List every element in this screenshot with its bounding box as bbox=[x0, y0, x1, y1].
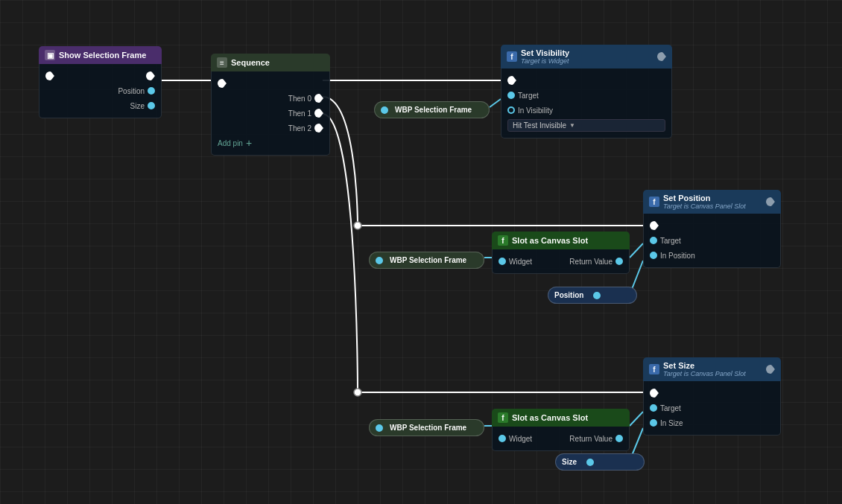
sequence-exec-row bbox=[212, 76, 329, 91]
set-position-subtitle: Target is Canvas Panel Slot bbox=[663, 202, 746, 210]
position-var-out-pin[interactable] bbox=[593, 292, 601, 299]
slot-bottom-icon: f bbox=[498, 412, 508, 423]
blueprint-canvas[interactable]: ▣ Show Selection Frame Position Size ≡ S… bbox=[0, 0, 842, 504]
slot-bottom-node[interactable]: f Slot as Canvas Slot Widget Return Valu… bbox=[492, 409, 630, 451]
set-visibility-body: Target In Visibility Hit Test Invisible … bbox=[501, 68, 672, 138]
slot-bottom-body: Widget Return Value bbox=[492, 427, 630, 451]
set-size-in-size-pin[interactable] bbox=[650, 419, 657, 427]
set-position-header: f Set Position Target is Canvas Panel Sl… bbox=[643, 190, 781, 214]
set-vis-target-row: Target bbox=[501, 88, 671, 103]
sequence-header: ≡ Sequence bbox=[211, 54, 330, 71]
set-position-node[interactable]: f Set Position Target is Canvas Panel Sl… bbox=[643, 190, 781, 268]
show-selection-frame-node[interactable]: ▣ Show Selection Frame Position Size bbox=[39, 46, 162, 118]
set-size-exec-out[interactable] bbox=[766, 365, 775, 374]
add-pin-icon[interactable]: + bbox=[246, 137, 252, 149]
sequence-then0-row: Then 0 bbox=[212, 91, 329, 106]
wbp-bottom-out-pin[interactable] bbox=[376, 424, 383, 432]
set-pos-in-pos-pin[interactable] bbox=[650, 252, 657, 259]
node-show-title: Show Selection Frame bbox=[59, 51, 146, 60]
svg-point-1 bbox=[354, 389, 361, 396]
set-pos-target-pin[interactable] bbox=[650, 237, 657, 244]
set-size-exec-in[interactable] bbox=[650, 389, 659, 398]
set-pos-exec-out[interactable] bbox=[766, 197, 775, 206]
position-var-header: Position bbox=[548, 287, 637, 304]
set-pos-in-pos-label: In Position bbox=[660, 252, 695, 260]
node-show-size-row: Size bbox=[39, 98, 161, 113]
then0-label: Then 0 bbox=[218, 95, 311, 103]
slot-middle-body: Widget Return Value bbox=[492, 249, 630, 274]
then1-pin[interactable] bbox=[314, 109, 323, 118]
set-vis-target-pin[interactable] bbox=[507, 92, 515, 99]
set-vis-in-vis-pin[interactable] bbox=[507, 106, 515, 114]
wbp-top-title: WBP Selection Frame bbox=[395, 106, 472, 114]
wbp-top-node[interactable]: WBP Selection Frame bbox=[374, 101, 490, 118]
then1-label: Then 1 bbox=[218, 109, 311, 118]
set-size-exec-row bbox=[644, 386, 780, 401]
set-pos-exec-row bbox=[644, 218, 780, 233]
wbp-middle-node[interactable]: WBP Selection Frame bbox=[369, 252, 484, 269]
set-vis-exec-in[interactable] bbox=[507, 76, 516, 85]
wbp-bottom-header: WBP Selection Frame bbox=[369, 419, 484, 436]
set-pos-inposition-row: In Position bbox=[644, 248, 780, 263]
set-size-icon: f bbox=[649, 364, 659, 374]
slot-bottom-widget-pin[interactable] bbox=[498, 435, 506, 442]
set-position-icon: f bbox=[649, 197, 659, 207]
set-visibility-header: f Set Visibility Target is Widget bbox=[501, 45, 672, 68]
position-var-node[interactable]: Position bbox=[548, 287, 637, 304]
slot-bottom-header: f Slot as Canvas Slot bbox=[492, 409, 630, 427]
visibility-dropdown[interactable]: Hit Test Invisible ▼ bbox=[507, 119, 665, 132]
slot-bottom-widget-label: Widget bbox=[509, 435, 532, 443]
exec-in-pin[interactable] bbox=[45, 71, 54, 80]
set-pos-target-label: Target bbox=[660, 237, 681, 245]
set-vis-in-vis-label: In Visibility bbox=[518, 106, 553, 115]
set-size-target-label: Target bbox=[660, 404, 681, 412]
size-var-title: Size bbox=[562, 458, 577, 466]
set-vis-exec-row bbox=[501, 73, 671, 88]
wbp-top-out-pin[interactable] bbox=[381, 106, 388, 114]
node-show-body: Position Size bbox=[39, 64, 162, 118]
set-visibility-node[interactable]: f Set Visibility Target is Widget Target… bbox=[501, 45, 672, 138]
set-vis-exec-out[interactable] bbox=[657, 52, 666, 61]
slot-middle-widget-label: Widget bbox=[509, 258, 532, 266]
add-pin-row[interactable]: Add pin + bbox=[212, 135, 329, 150]
set-pos-target-row: Target bbox=[644, 233, 780, 248]
then2-pin[interactable] bbox=[314, 124, 323, 133]
slot-middle-title: Slot as Canvas Slot bbox=[512, 236, 588, 245]
seq-exec-in[interactable] bbox=[218, 79, 227, 88]
set-size-node[interactable]: f Set Size Target is Canvas Panel Slot T… bbox=[643, 357, 781, 436]
set-position-body: Target In Position bbox=[643, 214, 781, 268]
position-out-pin[interactable] bbox=[148, 87, 155, 95]
node-show-exec-row bbox=[39, 68, 161, 83]
size-out-pin[interactable] bbox=[148, 102, 155, 109]
set-size-in-size-label: In Size bbox=[660, 419, 683, 427]
slot-middle-node[interactable]: f Slot as Canvas Slot Widget Return Valu… bbox=[492, 232, 630, 274]
size-var-out-pin[interactable] bbox=[586, 459, 594, 466]
wbp-bottom-title: WBP Selection Frame bbox=[390, 424, 466, 432]
then0-pin[interactable] bbox=[314, 94, 323, 103]
wbp-middle-title: WBP Selection Frame bbox=[390, 256, 466, 264]
add-pin-label: Add pin bbox=[218, 139, 243, 147]
dropdown-arrow-icon: ▼ bbox=[569, 122, 575, 129]
slot-bottom-return-pin[interactable] bbox=[615, 435, 623, 442]
slot-middle-icon: f bbox=[498, 235, 508, 246]
set-size-target-pin[interactable] bbox=[650, 404, 657, 412]
slot-middle-return-pin[interactable] bbox=[615, 258, 623, 265]
wbp-middle-out-pin[interactable] bbox=[376, 257, 383, 264]
wbp-middle-header: WBP Selection Frame bbox=[369, 252, 484, 269]
slot-middle-widget-pin[interactable] bbox=[498, 258, 506, 265]
set-vis-target-label: Target bbox=[518, 92, 539, 100]
set-size-title: Set Size bbox=[663, 361, 746, 370]
node-show-header: ▣ Show Selection Frame bbox=[39, 46, 162, 64]
node-show-position-row: Position bbox=[39, 83, 161, 98]
set-size-insize-row: In Size bbox=[644, 415, 780, 430]
slot-bottom-widget-row: Widget Return Value bbox=[493, 431, 629, 446]
svg-point-0 bbox=[354, 222, 361, 229]
wbp-bottom-node[interactable]: WBP Selection Frame bbox=[369, 419, 484, 436]
slot-middle-widget-row: Widget Return Value bbox=[493, 254, 629, 269]
exec-out-pin[interactable] bbox=[146, 71, 155, 80]
sequence-node[interactable]: ≡ Sequence Then 0 Then 1 Then 2 Add pin … bbox=[211, 54, 330, 156]
set-position-title: Set Position bbox=[663, 194, 746, 202]
size-var-node[interactable]: Size bbox=[555, 453, 645, 470]
set-pos-exec-in[interactable] bbox=[650, 221, 659, 230]
set-size-target-row: Target bbox=[644, 401, 780, 415]
